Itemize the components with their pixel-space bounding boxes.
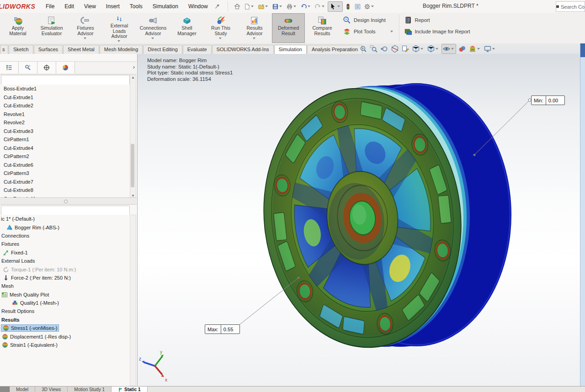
- propertymanager-tab[interactable]: [19, 62, 37, 74]
- study-filter-input[interactable]: [1, 206, 130, 216]
- feature-item[interactable]: CirPattern2: [0, 152, 130, 161]
- zoom-to-area-icon[interactable]: [369, 44, 378, 53]
- tab-surfaces[interactable]: Surfaces: [34, 45, 63, 54]
- print-icon[interactable]: [285, 2, 298, 11]
- study-mesh-quality-plot-item[interactable]: Mesh Quality Plot: [0, 291, 131, 299]
- menu-tools[interactable]: Tools: [125, 1, 148, 11]
- dropdown-arrow-icon[interactable]: [451, 48, 454, 50]
- splitter-handle-icon[interactable]: [64, 200, 68, 203]
- panel-flyout-arrow[interactable]: ›: [133, 64, 135, 70]
- shell-manager-button[interactable]: Shell Manager: [170, 13, 203, 43]
- task-pane-collapsed[interactable]: [580, 43, 585, 392]
- study-connections-item[interactable]: Connections: [0, 232, 131, 240]
- dropdown-arrow-icon[interactable]: [390, 31, 393, 32]
- feature-item[interactable]: Cut-Extrude4: [0, 144, 130, 153]
- tab-sketch[interactable]: Sketch: [9, 45, 33, 54]
- search-input[interactable]: Search Co: [556, 1, 585, 12]
- report-button[interactable]: Report: [404, 16, 470, 24]
- dropdown-arrow-icon[interactable]: [420, 48, 423, 50]
- results-advisor-button[interactable]: Results Advisor: [238, 13, 271, 43]
- feature-item[interactable]: CirPattern3: [0, 169, 130, 178]
- include-image-for-report-button[interactable]: Include Image for Report: [404, 27, 470, 36]
- view-orientation-icon[interactable]: [411, 44, 425, 53]
- displaymanager-tab[interactable]: [56, 62, 75, 74]
- study-force-item[interactable]: Force-2 (:Per item: 250 N:): [0, 274, 131, 282]
- configurationmanager-tab[interactable]: [37, 62, 56, 74]
- feature-item[interactable]: Cut-Extrude8: [0, 186, 130, 195]
- dropdown-arrow-icon[interactable]: [436, 48, 438, 50]
- max-annotation[interactable]: Max: 0.55: [205, 324, 240, 334]
- study-part-item[interactable]: Bogger Rim (-ABS-): [0, 223, 131, 231]
- select-tool-button[interactable]: [328, 1, 343, 12]
- view-settings-icon[interactable]: [483, 44, 497, 53]
- redo-icon[interactable]: [314, 2, 327, 11]
- tab-solidworks-add-ins[interactable]: SOLIDWORKS Add-Ins: [212, 45, 274, 54]
- hide-show-items-icon[interactable]: [441, 44, 456, 54]
- tab-evaluate[interactable]: Evaluate: [183, 45, 212, 54]
- bottom-tab-3d-views[interactable]: 3D Views: [35, 387, 68, 392]
- menu-insert[interactable]: Insert: [101, 1, 125, 11]
- display-style-icon[interactable]: [426, 44, 440, 53]
- external-loads-advisor-button[interactable]: External Loads Advisor: [103, 13, 136, 43]
- bottom-tab-motion-study-1[interactable]: Motion Study 1: [68, 387, 112, 392]
- pin-menu-icon[interactable]: [213, 2, 221, 11]
- min-annotation[interactable]: Min: 0.00: [531, 95, 565, 105]
- section-view-icon[interactable]: [390, 44, 399, 53]
- tab-direct-editing[interactable]: Direct Editing: [143, 45, 182, 54]
- menu-view[interactable]: View: [79, 1, 101, 11]
- study-results-item[interactable]: Results: [0, 316, 131, 324]
- tab-sheet-metal[interactable]: Sheet Metal: [63, 45, 99, 54]
- feature-item[interactable]: Cut-Extrude1: [0, 93, 130, 102]
- apply-material-button[interactable]: Apply Material: [1, 13, 34, 43]
- scroll-up-icon[interactable]: ▲: [131, 75, 135, 79]
- dropdown-arrow-icon[interactable]: [219, 37, 222, 39]
- compare-results-button[interactable]: Compare Results: [306, 13, 339, 43]
- scrollbar-thumb[interactable]: [131, 144, 134, 187]
- dropdown-arrow-icon[interactable]: [117, 40, 120, 42]
- feature-item[interactable]: Revolve2: [0, 118, 130, 127]
- feature-tree-scrollbar[interactable]: ▲ ▼: [130, 75, 136, 198]
- edit-appearance-icon[interactable]: [457, 44, 467, 53]
- task-pane-tab[interactable]: [580, 43, 585, 57]
- study-root-item[interactable]: ic 1* (-Default-): [0, 215, 131, 223]
- study-fixed-item[interactable]: Fixed-1: [0, 249, 131, 257]
- panel-splitter[interactable]: [0, 197, 137, 205]
- deformed-result-button[interactable]: Deformed Result: [272, 13, 305, 43]
- menu-window[interactable]: Window: [183, 1, 213, 11]
- save-icon[interactable]: [271, 2, 284, 11]
- study-quality-item[interactable]: Quality1 (-Mesh-): [0, 299, 131, 307]
- zoom-to-fit-icon[interactable]: [359, 44, 368, 53]
- simulation-evaluator-button[interactable]: Simulation Evaluator: [35, 13, 68, 43]
- featuremanager-tab[interactable]: [0, 62, 19, 74]
- dropdown-arrow-icon[interactable]: [84, 37, 86, 39]
- feature-item[interactable]: Revolve1: [0, 110, 130, 119]
- feature-item[interactable]: Cut-Extrude6: [0, 161, 130, 170]
- study-stress1-item[interactable]: Stress1 (-vonMises-): [0, 324, 131, 332]
- study-torque-item[interactable]: Torque-1 (:Per item: 10 N.m:): [0, 265, 131, 273]
- open-document-icon[interactable]: [257, 2, 270, 11]
- study-tree-scrollbar[interactable]: [130, 215, 136, 386]
- study-strain1-item[interactable]: Strain1 (-Equivalent-): [0, 341, 131, 349]
- study-mesh-item[interactable]: Mesh: [0, 282, 131, 290]
- pane-corner-icon[interactable]: [0, 387, 10, 392]
- plot-tools-button[interactable]: Plot Tools: [343, 27, 394, 36]
- feature-item[interactable]: Cut-Extrude2: [0, 101, 130, 110]
- options-gear-icon[interactable]: [363, 2, 376, 11]
- study-fixtures-item[interactable]: Fixtures: [0, 240, 131, 248]
- feature-item[interactable]: Cut-Extrude7: [0, 178, 130, 186]
- tab-mesh-modeling[interactable]: Mesh Modeling: [100, 45, 143, 54]
- file-properties-icon[interactable]: [353, 2, 362, 11]
- feature-item[interactable]: Boss-Extrude1: [0, 85, 130, 93]
- previous-view-icon[interactable]: [380, 44, 389, 53]
- graphics-viewport[interactable]: Model name: Bogger Rim Study name: Stati…: [138, 54, 585, 386]
- undo-icon[interactable]: [299, 2, 313, 11]
- study-displacement1-item[interactable]: Displacement1 (-Res disp-): [0, 332, 131, 340]
- new-document-icon[interactable]: [243, 2, 256, 11]
- dropdown-arrow-icon[interactable]: [477, 48, 480, 50]
- home-icon[interactable]: [233, 2, 242, 11]
- run-this-study-button[interactable]: Run This Study: [204, 13, 237, 43]
- fixtures-advisor-button[interactable]: Fixtures Advisor: [69, 13, 102, 43]
- tab-analysis-preparation[interactable]: Analysis Preparation: [307, 45, 362, 54]
- rebuild-icon[interactable]: [344, 2, 352, 11]
- tab-partial[interactable]: s: [0, 45, 8, 54]
